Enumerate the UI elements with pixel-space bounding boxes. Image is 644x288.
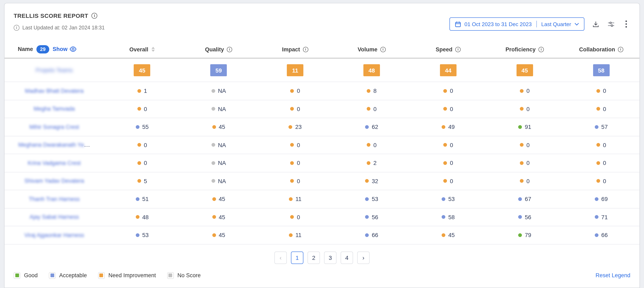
member-name-link[interactable]: Megha Tamvada (34, 106, 75, 112)
column-info-icon[interactable]: i (538, 47, 544, 52)
score-cell: 0 (486, 106, 563, 112)
score-cell: 11 (257, 196, 334, 202)
filter-settings-icon[interactable] (607, 20, 615, 28)
score-value: 5 (144, 178, 147, 184)
score-cell: 62 (334, 124, 410, 130)
score-dot (136, 233, 139, 237)
score-value: 45 (219, 232, 225, 238)
member-name-link[interactable]: Madhav Bhatt Devatera (25, 88, 84, 94)
member-name-link[interactable]: Viraj Ajgaonkar Harness (24, 232, 84, 238)
score-chip: 45 (134, 64, 150, 76)
team-name-link[interactable]: Propelo Teams (36, 67, 73, 73)
member-name-link[interactable]: Thanh Tran Harness (29, 196, 80, 202)
pagination-page-3[interactable]: 3 (324, 251, 336, 264)
score-cell: NA (180, 106, 257, 112)
pagination-page-1[interactable]: 1 (291, 251, 304, 264)
pagination-next-button[interactable]: › (357, 251, 370, 264)
score-value: NA (218, 106, 226, 112)
member-name-link[interactable]: Ajay Sabat Harness (30, 214, 79, 220)
legend-swatch (167, 272, 174, 279)
reset-legend-link[interactable]: Reset Legend (596, 272, 630, 278)
show-toggle-link[interactable]: Show (52, 46, 76, 52)
score-cell: 0 (563, 160, 640, 166)
kebab-menu-icon[interactable] (622, 20, 630, 28)
member-name-link[interactable]: Krina Vadgama Crest (28, 160, 81, 166)
date-range-text: 01 Oct 2023 to 31 Dec 2023 (464, 21, 532, 27)
team-score-cell: 45 (486, 64, 563, 76)
pagination-page-2[interactable]: 2 (308, 251, 320, 264)
score-dot (520, 161, 524, 165)
column-info-icon[interactable]: i (455, 47, 461, 52)
score-cell: 0 (104, 142, 180, 148)
member-name-cell: Ajay Sabat Harness (4, 214, 104, 220)
card-header: TRELLIS SCORE REPORT i i Last Updated at… (4, 3, 640, 31)
legend-swatch-color (100, 273, 103, 277)
column-header-speed[interactable]: Speedi (410, 46, 486, 52)
score-value: 11 (296, 196, 302, 202)
column-info-icon[interactable]: i (380, 47, 386, 52)
score-cell: 53 (410, 196, 486, 202)
score-cell: 57 (563, 124, 640, 130)
score-value: 69 (601, 196, 608, 202)
score-cell: 58 (410, 214, 486, 220)
score-cell: 0 (334, 106, 410, 112)
score-dot (596, 89, 600, 93)
show-label: Show (52, 46, 68, 52)
pagination-page-4[interactable]: 4 (340, 251, 353, 264)
score-value: 55 (142, 124, 148, 130)
score-cell: 45 (180, 196, 257, 202)
header-left: TRELLIS SCORE REPORT i i Last Updated at… (14, 12, 105, 31)
score-cell: 0 (486, 178, 563, 184)
score-value: 45 (219, 196, 225, 202)
score-value: 48 (142, 214, 148, 220)
score-cell: 45 (180, 232, 257, 238)
score-dot (367, 143, 370, 147)
score-dot (443, 179, 447, 183)
member-name-link[interactable]: Meghana Dwarakanath Ya (18, 142, 84, 148)
score-value: NA (218, 88, 226, 94)
score-cell: 8 (334, 88, 410, 94)
score-value: 79 (525, 232, 531, 238)
score-dot (518, 233, 522, 237)
score-cell: 0 (257, 106, 334, 112)
member-name-link[interactable]: Mihir Sonagra Crest (30, 124, 79, 130)
column-header-overall[interactable]: Overall (104, 46, 180, 52)
column-header-volume[interactable]: Volumei (334, 46, 410, 52)
trellis-report-card: TRELLIS SCORE REPORT i i Last Updated at… (4, 3, 640, 288)
score-value: 1 (144, 88, 147, 94)
score-value: 0 (297, 160, 300, 166)
legend-item-no_score[interactable]: No Score (167, 272, 201, 279)
member-name-link[interactable]: Shivam Yadav Devatera (24, 178, 84, 184)
score-value: 0 (297, 178, 300, 184)
legend-item-acceptable[interactable]: Acceptable (49, 272, 87, 279)
column-info-icon[interactable]: i (227, 47, 232, 52)
column-header-impact[interactable]: Impacti (257, 46, 334, 52)
legend-item-need_improvement[interactable]: Need Improvement (98, 272, 156, 279)
score-value: NA (218, 178, 226, 184)
score-cell: 5 (104, 178, 180, 184)
name-header-label: Name (18, 46, 33, 52)
pagination-prev-button[interactable]: ‹ (274, 251, 287, 264)
score-dot (518, 125, 522, 129)
team-score-cell: 48 (334, 64, 410, 76)
team-score-cell: 59 (180, 64, 257, 76)
score-dot (443, 89, 447, 93)
title-info-icon[interactable]: i (92, 13, 97, 19)
score-dot (367, 107, 370, 111)
legend-item-good[interactable]: Good (14, 272, 38, 279)
column-info-icon[interactable]: i (618, 47, 623, 52)
column-info-icon[interactable]: i (303, 47, 308, 52)
team-score-cell: 45 (104, 64, 180, 76)
score-cell: 0 (563, 88, 640, 94)
download-icon[interactable] (592, 20, 600, 28)
date-range-picker[interactable]: 01 Oct 2023 to 31 Dec 2023 Last Quarter (450, 18, 584, 31)
score-value: 0 (297, 142, 300, 148)
team-row: Propelo Teams45591148444558 (4, 59, 640, 82)
sort-icon[interactable] (152, 47, 155, 52)
column-header-proficiency[interactable]: Proficiencyi (486, 46, 563, 52)
column-header-quality[interactable]: Qualityi (180, 46, 257, 52)
score-cell: 0 (410, 142, 486, 148)
score-cell: 1 (104, 88, 180, 94)
column-header-collaboration[interactable]: Collaborationi (563, 46, 640, 52)
score-value: 0 (373, 106, 377, 112)
